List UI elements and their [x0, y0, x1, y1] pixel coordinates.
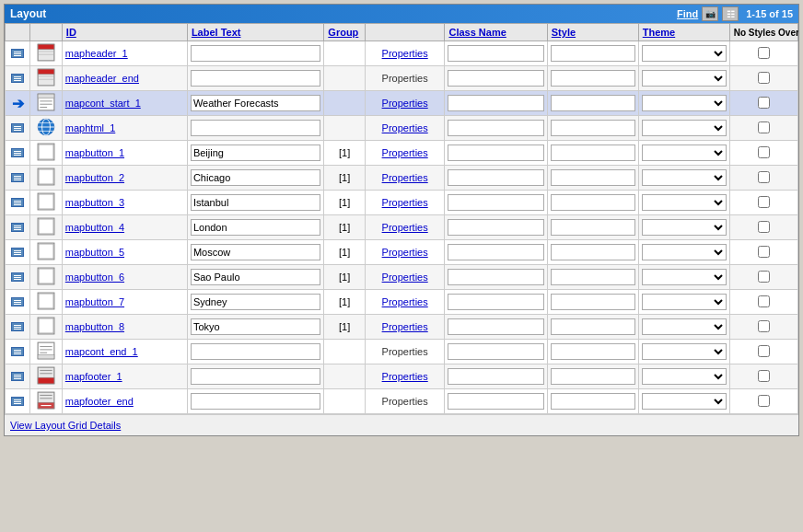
style-input[interactable]: [551, 269, 635, 285]
col-header-theme[interactable]: Theme: [638, 24, 729, 41]
style-input[interactable]: [551, 169, 635, 186]
properties-link[interactable]: Properties: [382, 122, 428, 133]
theme-select[interactable]: [642, 219, 727, 236]
drag-handle-icon[interactable]: [11, 397, 24, 406]
properties-link[interactable]: Properties: [382, 98, 428, 109]
properties-link[interactable]: Properties: [382, 371, 428, 382]
class-name-input[interactable]: [448, 393, 543, 410]
row-id-link[interactable]: mapcont_start_1: [65, 98, 141, 109]
override-checkbox[interactable]: [758, 395, 770, 407]
drag-handle-icon[interactable]: [11, 223, 24, 232]
theme-select[interactable]: [642, 343, 727, 360]
row-id-cell[interactable]: mapfooter_end: [62, 389, 187, 414]
properties-link[interactable]: Properties: [382, 172, 428, 183]
label-text-input[interactable]: [191, 219, 320, 236]
row-id-cell[interactable]: mapbutton_4: [62, 215, 187, 240]
properties-link[interactable]: Properties: [382, 222, 428, 233]
override-checkbox[interactable]: [758, 295, 770, 307]
label-text-input[interactable]: [191, 120, 320, 136]
row-properties-cell[interactable]: Properties: [365, 116, 445, 141]
row-id-link[interactable]: mapbutton_1: [65, 147, 124, 158]
override-checkbox[interactable]: [758, 97, 770, 109]
row-id-link[interactable]: mapbutton_4: [65, 222, 124, 233]
row-id-cell[interactable]: mapbutton_8: [62, 315, 187, 340]
class-name-input[interactable]: [448, 95, 543, 111]
style-input[interactable]: [551, 120, 635, 136]
row-properties-cell[interactable]: Properties: [365, 215, 445, 240]
theme-select[interactable]: [642, 95, 727, 111]
label-text-input[interactable]: [191, 393, 320, 410]
override-checkbox[interactable]: [758, 47, 770, 59]
drag-handle-icon[interactable]: [11, 322, 24, 331]
class-name-input[interactable]: [448, 70, 543, 87]
class-name-input[interactable]: [448, 318, 543, 335]
row-id-link[interactable]: mapfooter_1: [65, 371, 122, 382]
override-checkbox[interactable]: [758, 345, 770, 357]
override-checkbox[interactable]: [758, 171, 770, 183]
row-properties-cell[interactable]: Properties: [365, 364, 445, 389]
label-text-input[interactable]: [191, 244, 320, 260]
style-input[interactable]: [551, 145, 635, 161]
properties-link[interactable]: Properties: [382, 247, 428, 258]
class-name-input[interactable]: [448, 294, 543, 310]
drag-handle-icon[interactable]: [11, 297, 24, 306]
drag-handle-icon[interactable]: [11, 198, 24, 207]
properties-link[interactable]: Properties: [382, 272, 428, 283]
row-id-cell[interactable]: mapbutton_6: [62, 265, 187, 290]
class-name-input[interactable]: [448, 368, 543, 385]
drag-handle-icon[interactable]: [11, 123, 24, 133]
class-name-input[interactable]: [448, 145, 543, 161]
row-properties-cell[interactable]: Properties: [365, 315, 445, 340]
label-text-input[interactable]: [191, 70, 320, 87]
row-properties-cell[interactable]: Properties: [365, 240, 445, 265]
row-id-link[interactable]: mapbutton_6: [65, 272, 124, 283]
label-text-input[interactable]: [191, 318, 320, 335]
row-id-cell[interactable]: mapfooter_1: [62, 364, 187, 389]
label-text-input[interactable]: [191, 95, 320, 111]
theme-select[interactable]: [642, 120, 727, 136]
row-id-cell[interactable]: mapbutton_5: [62, 240, 187, 265]
override-checkbox[interactable]: [758, 146, 770, 158]
row-properties-cell[interactable]: Properties: [365, 166, 445, 191]
override-checkbox[interactable]: [758, 221, 770, 233]
properties-link[interactable]: Properties: [382, 197, 428, 208]
theme-select[interactable]: [642, 70, 727, 87]
label-text-input[interactable]: [191, 145, 320, 161]
theme-select[interactable]: [642, 318, 727, 335]
style-input[interactable]: [551, 343, 635, 360]
theme-select[interactable]: [642, 194, 727, 211]
row-id-link[interactable]: mapbutton_2: [65, 172, 124, 183]
row-properties-cell[interactable]: Properties: [365, 290, 445, 315]
drag-handle-icon[interactable]: [11, 347, 24, 356]
style-input[interactable]: [551, 368, 635, 385]
row-id-link[interactable]: mapbutton_8: [65, 321, 124, 332]
col-header-label[interactable]: Label Text: [187, 24, 323, 41]
drag-handle-icon[interactable]: [11, 148, 24, 157]
style-input[interactable]: [551, 393, 635, 410]
row-properties-cell[interactable]: Properties: [365, 265, 445, 290]
theme-select[interactable]: [642, 294, 727, 310]
override-checkbox[interactable]: [758, 196, 770, 208]
row-id-link[interactable]: maphtml_1: [65, 122, 115, 133]
col-header-style[interactable]: Style: [547, 24, 638, 41]
theme-select[interactable]: [642, 368, 727, 385]
class-name-input[interactable]: [448, 219, 543, 236]
view-layout-link[interactable]: View Layout Grid Details: [10, 420, 121, 431]
override-checkbox[interactable]: [758, 271, 770, 283]
label-text-input[interactable]: [191, 194, 320, 211]
row-id-link[interactable]: mapbutton_5: [65, 247, 124, 258]
override-checkbox[interactable]: [758, 370, 770, 382]
row-id-link[interactable]: mapbutton_3: [65, 197, 124, 208]
theme-select[interactable]: [642, 145, 727, 161]
properties-link[interactable]: Properties: [382, 321, 428, 332]
label-text-input[interactable]: [191, 343, 320, 360]
row-properties-cell[interactable]: Properties: [365, 41, 445, 66]
col-header-group[interactable]: Group: [324, 24, 366, 41]
row-id-link[interactable]: mapcont_end_1: [65, 346, 138, 357]
row-properties-cell[interactable]: Properties: [365, 141, 445, 166]
style-input[interactable]: [551, 45, 635, 62]
row-id-cell[interactable]: mapcont_end_1: [62, 340, 187, 364]
row-id-link[interactable]: mapfooter_end: [65, 396, 134, 407]
style-input[interactable]: [551, 244, 635, 260]
style-input[interactable]: [551, 219, 635, 236]
